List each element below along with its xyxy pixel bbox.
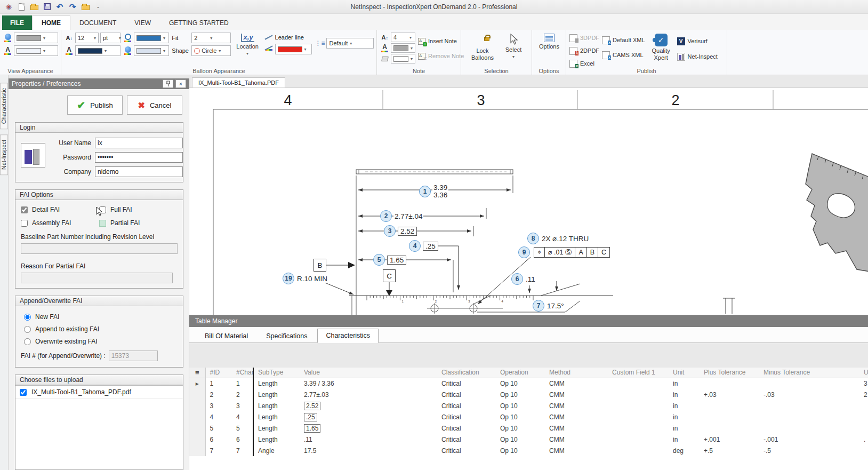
cell-operation[interactable]: Op 10: [496, 434, 545, 445]
cell-method[interactable]: CMM: [545, 400, 608, 411]
column-header[interactable]: SubType: [253, 368, 300, 378]
column-header[interactable]: Method: [545, 368, 608, 378]
balloon-number[interactable]: 8: [527, 233, 539, 244]
table-manager-header[interactable]: Table Manager: [189, 315, 868, 327]
tab-getting-started[interactable]: GETTING STARTED: [160, 15, 238, 30]
cell-classification[interactable]: Critical: [437, 434, 496, 445]
balloon-6[interactable]: 6.11: [511, 273, 536, 285]
cell-minus_tolerance[interactable]: [759, 378, 859, 389]
cell-unit[interactable]: in: [669, 434, 700, 445]
cell-minus_tolerance[interactable]: [759, 400, 859, 411]
new-document-button[interactable]: [17, 3, 26, 11]
balloon-9[interactable]: 9⌖⌀ .01 ⓈABC: [518, 246, 610, 258]
cell-u[interactable]: [859, 423, 868, 434]
cell-classification[interactable]: Critical: [437, 400, 496, 411]
company-field[interactable]: [95, 166, 183, 177]
cell-plus_tolerance[interactable]: +.5: [700, 445, 759, 456]
upload-file-row[interactable]: IX_Multi-Tool-B1_Tahoma_PDF.pdf: [15, 386, 183, 399]
cell-classification[interactable]: Critical: [437, 389, 496, 400]
row-selector[interactable]: [189, 411, 205, 423]
document-tab[interactable]: IX_Multi-Tool-B1_Tahoma.PDF: [192, 77, 285, 87]
balloon-number[interactable]: 2: [380, 210, 392, 222]
table-row[interactable]: 22Length2.77±.03CriticalOp 10CMMin+.03-.…: [189, 389, 868, 400]
tab-home[interactable]: HOME: [32, 15, 70, 30]
cell-operation[interactable]: Op 10: [496, 400, 545, 411]
cell-method[interactable]: CMM: [545, 378, 608, 389]
table-row[interactable]: 33Length2.52CriticalOp 10CMMin: [189, 400, 868, 411]
cell-char[interactable]: 3: [232, 400, 253, 411]
cell-custom_field_1[interactable]: [608, 378, 669, 389]
balloon-4[interactable]: 4.25: [409, 240, 438, 252]
new-fai-radio[interactable]: [24, 314, 31, 321]
row-selector[interactable]: [189, 434, 205, 445]
fai-number-field[interactable]: [109, 350, 158, 361]
reason-partial-fai-field[interactable]: [21, 273, 173, 283]
cell-operation[interactable]: Op 10: [496, 411, 545, 423]
cell-u[interactable]: [859, 445, 868, 456]
balloon-border-color-dropdown[interactable]: [134, 33, 169, 43]
cell-subtype[interactable]: Length: [253, 434, 300, 445]
cell-char[interactable]: 5: [232, 423, 253, 434]
cell-id[interactable]: 5: [205, 423, 232, 434]
cell-char[interactable]: 7: [232, 445, 253, 456]
column-header[interactable]: Plus Tolerance: [700, 368, 759, 378]
cell-u[interactable]: 3: [859, 378, 868, 389]
balloon-number[interactable]: 7: [533, 300, 544, 312]
balloon-number[interactable]: 19: [283, 273, 294, 284]
select-button[interactable]: Select ▾: [501, 33, 526, 60]
balloon-number[interactable]: 6: [511, 273, 523, 285]
cell-char[interactable]: 2: [232, 389, 253, 400]
cell-u[interactable]: 2: [859, 389, 868, 400]
full-fai-checkbox[interactable]: [99, 206, 106, 213]
cell-char[interactable]: 6: [232, 434, 253, 445]
remove-note-button[interactable]: ✕ Remove Note: [418, 51, 464, 61]
cell-u[interactable]: [859, 400, 868, 411]
qat-customize-button[interactable]: ⌄: [94, 3, 102, 11]
row-selector[interactable]: [189, 400, 205, 411]
cell-id[interactable]: 7: [205, 445, 232, 456]
overwrite-fai-radio[interactable]: [24, 338, 31, 345]
font-size-dropdown[interactable]: 12: [75, 33, 99, 43]
cell-method[interactable]: CMM: [545, 423, 608, 434]
font-unit-dropdown[interactable]: pt: [100, 33, 120, 43]
publish-2dpdf-button[interactable]: λ2DPDF: [569, 45, 599, 56]
cell-value[interactable]: 3.39 / 3.36: [300, 378, 437, 389]
row-selector[interactable]: [189, 389, 205, 400]
cell-subtype[interactable]: Length: [253, 389, 300, 400]
row-selector[interactable]: [189, 445, 205, 456]
options-button[interactable]: Options: [537, 33, 561, 51]
cell-unit[interactable]: deg: [669, 445, 700, 456]
publish-default-xml-button[interactable]: xDefault XML: [602, 35, 645, 45]
cell-minus_tolerance[interactable]: -.03: [759, 389, 859, 400]
cell-plus_tolerance[interactable]: +.001: [700, 434, 759, 445]
table-row[interactable]: ▸11Length3.39 / 3.36CriticalOp 10CMMin3: [189, 378, 868, 389]
balloon-7[interactable]: 717.5°: [533, 300, 565, 312]
cell-unit[interactable]: in: [669, 389, 700, 400]
redo-button[interactable]: ↷: [68, 3, 77, 11]
view-balloon-color-dropdown[interactable]: [14, 33, 58, 43]
balloon-number[interactable]: 3: [384, 225, 396, 237]
cell-plus_tolerance[interactable]: [700, 378, 759, 389]
column-header[interactable]: #ID: [205, 368, 232, 378]
upload-file-checkbox[interactable]: [20, 389, 27, 396]
baseline-part-number-field[interactable]: [21, 243, 178, 254]
cell-id[interactable]: 6: [205, 434, 232, 445]
tab-file[interactable]: FILE: [2, 15, 32, 30]
save-button[interactable]: [43, 3, 51, 11]
cell-value[interactable]: 1.65: [300, 423, 437, 434]
note-font-color-dropdown[interactable]: [391, 43, 415, 53]
quality-xpert-button[interactable]: ✓ Quality Xpert: [648, 33, 674, 62]
column-header[interactable]: Value: [300, 368, 437, 378]
cell-subtype[interactable]: Length: [253, 400, 300, 411]
username-field[interactable]: [95, 138, 183, 148]
tab-bill-of-material[interactable]: Bill Of Material: [197, 330, 256, 343]
balloon-3[interactable]: 32.52: [384, 225, 417, 237]
balloon-19[interactable]: 19R.10 MIN: [283, 273, 328, 284]
view-text-color-dropdown[interactable]: [14, 45, 58, 56]
close-icon[interactable]: ×: [175, 79, 186, 88]
cell-minus_tolerance[interactable]: [759, 411, 859, 423]
cell-custom_field_1[interactable]: [608, 423, 669, 434]
publish-button[interactable]: ✔ Publish: [67, 95, 123, 115]
balloon-8[interactable]: 82X ⌀.12 THRU: [527, 233, 590, 244]
cell-unit[interactable]: in: [669, 411, 700, 423]
